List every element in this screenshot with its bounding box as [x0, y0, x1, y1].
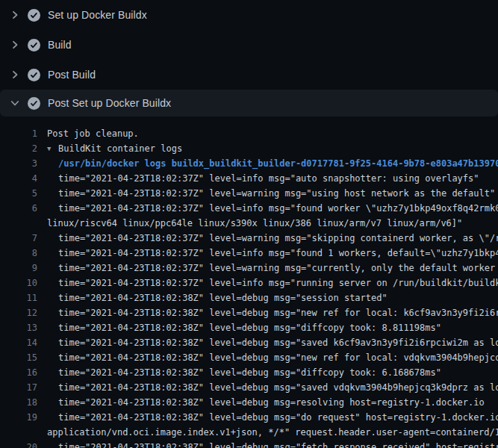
log-line: 19 time="2021-04-23T18:02:38Z" level=deb… — [0, 410, 498, 425]
log-text: time="2021-04-23T18:02:38Z" level=debug … — [58, 290, 387, 305]
check-circle-icon — [28, 69, 40, 81]
log-line: 13 time="2021-04-23T18:02:38Z" level=deb… — [0, 320, 498, 335]
log-group-title: BuildKit container logs — [58, 141, 182, 156]
log-line: 4 time="2021-04-23T18:02:37Z" level=info… — [0, 171, 498, 186]
log-text: time="2021-04-23T18:02:38Z" level=debug … — [58, 335, 498, 350]
line-number[interactable]: 18 — [0, 395, 37, 410]
log-line: 7 time="2021-04-23T18:02:37Z" level=warn… — [0, 231, 498, 246]
line-number[interactable]: 7 — [0, 231, 37, 246]
log-line: 3 /usr/bin/docker logs buildx_buildkit_b… — [0, 156, 498, 171]
log-text: time="2021-04-23T18:02:37Z" level=warnin… — [58, 231, 498, 246]
check-circle-icon — [28, 97, 40, 110]
log-line: 10 time="2021-04-23T18:02:37Z" level=inf… — [0, 276, 498, 290]
log-line-wrap: linux/riscv64 linux/ppc64le linux/s390x … — [0, 216, 498, 231]
chevron-right-icon — [9, 69, 21, 81]
log-line: 5 time="2021-04-23T18:02:37Z" level=warn… — [0, 186, 498, 201]
line-number[interactable]: 3 — [0, 156, 37, 171]
step-section-post-build[interactable]: Post Build — [0, 60, 498, 90]
log-line: 1 Post job cleanup. — [0, 126, 498, 141]
log-text: application/vnd.oci.image.index.v1+json,… — [47, 425, 498, 440]
line-number[interactable]: 5 — [0, 186, 37, 201]
log-command-text: /usr/bin/docker logs buildx_buildkit_bui… — [58, 156, 498, 171]
step-label: Post Set up Docker Buildx — [48, 97, 171, 109]
line-number[interactable]: 16 — [0, 365, 37, 380]
check-circle-icon — [28, 9, 40, 22]
log-line: 11 time="2021-04-23T18:02:38Z" level=deb… — [0, 290, 498, 305]
log-text: time="2021-04-23T18:02:38Z" level=debug … — [58, 320, 441, 335]
log-line-wrap: application/vnd.oci.image.index.v1+json,… — [0, 425, 498, 440]
log-text: linux/riscv64 linux/ppc64le linux/s390x … — [47, 216, 462, 231]
log-line: 14 time="2021-04-23T18:02:38Z" level=deb… — [0, 335, 498, 350]
log-line: 17 time="2021-04-23T18:02:38Z" level=deb… — [0, 380, 498, 395]
chevron-down-icon — [9, 97, 21, 109]
chevron-right-icon — [9, 39, 21, 51]
step-label: Set up Docker Buildx — [48, 9, 147, 21]
line-number[interactable]: 13 — [0, 320, 37, 335]
line-number[interactable]: 8 — [0, 246, 37, 261]
log-line: 12 time="2021-04-23T18:02:38Z" level=deb… — [0, 305, 498, 320]
log-line: 20 time="2021-04-23T18:02:38Z" level=deb… — [0, 440, 498, 448]
line-number[interactable]: 2 — [0, 141, 37, 156]
step-section-build[interactable]: Build — [0, 30, 498, 60]
log-text: time="2021-04-23T18:02:38Z" level=debug … — [58, 410, 498, 425]
log-viewer: 1 Post job cleanup. 2 ▼ BuildKit contain… — [0, 116, 498, 448]
log-line: 8 time="2021-04-23T18:02:37Z" level=info… — [0, 246, 498, 261]
log-text: time="2021-04-23T18:02:38Z" level=debug … — [58, 380, 498, 395]
line-number[interactable]: 9 — [0, 261, 37, 276]
log-text: time="2021-04-23T18:02:37Z" level=info m… — [58, 276, 498, 290]
line-number[interactable]: 19 — [0, 410, 37, 425]
step-label: Post Build — [48, 69, 96, 81]
step-section-post-set-up-docker-buildx[interactable]: Post Set up Docker Buildx — [0, 90, 498, 116]
log-line: 18 time="2021-04-23T18:02:38Z" level=deb… — [0, 395, 498, 410]
log-line: 6 time="2021-04-23T18:02:37Z" level=info… — [0, 201, 498, 216]
line-number[interactable]: 14 — [0, 335, 37, 350]
steps-list: Set up Docker Buildx Build Post Build Po… — [0, 0, 498, 116]
line-number[interactable]: 17 — [0, 380, 37, 395]
step-label: Build — [48, 39, 72, 51]
check-circle-icon — [28, 39, 40, 52]
log-text: time="2021-04-23T18:02:37Z" level=warnin… — [58, 261, 498, 276]
line-number[interactable]: 4 — [0, 171, 37, 186]
log-line: 15 time="2021-04-23T18:02:38Z" level=deb… — [0, 350, 498, 365]
log-group-header[interactable]: 2 ▼ BuildKit container logs — [0, 141, 498, 156]
log-text: Post job cleanup. — [47, 126, 139, 141]
log-text: time="2021-04-23T18:02:37Z" level=info m… — [58, 171, 479, 186]
line-number[interactable]: 6 — [0, 201, 37, 216]
log-line: 9 time="2021-04-23T18:02:37Z" level=warn… — [0, 261, 498, 276]
log-text: time="2021-04-23T18:02:38Z" level=debug … — [58, 305, 498, 320]
line-number[interactable]: 20 — [0, 440, 37, 448]
log-text: time="2021-04-23T18:02:37Z" level=info m… — [58, 201, 498, 216]
log-text: time="2021-04-23T18:02:38Z" level=debug … — [58, 350, 498, 365]
log-line: 16 time="2021-04-23T18:02:38Z" level=deb… — [0, 365, 498, 380]
log-text: time="2021-04-23T18:02:37Z" level=warnin… — [58, 186, 495, 201]
line-number[interactable]: 10 — [0, 276, 37, 290]
log-text: time="2021-04-23T18:02:38Z" level=debug … — [58, 395, 485, 410]
line-number[interactable]: 15 — [0, 350, 37, 365]
line-number[interactable]: 12 — [0, 305, 37, 320]
chevron-right-icon — [9, 9, 21, 21]
line-number[interactable]: 1 — [0, 126, 37, 141]
line-number[interactable]: 11 — [0, 290, 37, 305]
log-text: time="2021-04-23T18:02:38Z" level=debug … — [58, 365, 441, 380]
log-text: time="2021-04-23T18:02:38Z" level=debug … — [58, 440, 498, 448]
log-text: time="2021-04-23T18:02:37Z" level=info m… — [58, 246, 498, 261]
step-section-set-up-docker-buildx[interactable]: Set up Docker Buildx — [0, 0, 498, 30]
triangle-down-icon: ▼ — [47, 141, 58, 156]
